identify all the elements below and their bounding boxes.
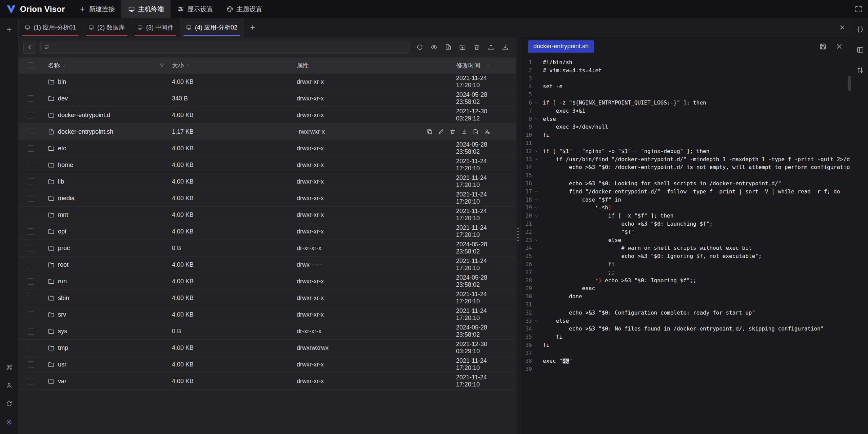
column-header-size[interactable]: 大小 — [172, 61, 297, 70]
fullscreen-button[interactable] — [849, 0, 868, 18]
panel-layout-button[interactable] — [854, 44, 866, 56]
terminal-tab-0[interactable]: (1) 应用-分析01 — [19, 18, 82, 37]
column-header-mtime[interactable]: 修改时间 — [456, 61, 516, 70]
row-checkbox[interactable] — [19, 95, 43, 102]
close-editor-button[interactable] — [835, 42, 843, 51]
file-name[interactable]: run — [58, 278, 67, 285]
table-row[interactable]: proc0 Bdr-xr-xr-x2024-05-28 23:58:02 — [19, 240, 516, 257]
sort-icon[interactable] — [62, 63, 66, 68]
move-action-button[interactable] — [473, 129, 479, 135]
file-name[interactable]: root — [58, 261, 68, 268]
save-button[interactable] — [819, 42, 827, 51]
file-name[interactable]: var — [58, 378, 66, 385]
fold-toggle[interactable] — [532, 115, 541, 123]
terminal-tab-2[interactable]: (3) 中间件 — [131, 18, 180, 37]
path-input[interactable] — [40, 41, 410, 54]
new-folder-button[interactable] — [457, 41, 468, 53]
menu-item-3[interactable]: 主题设置 — [220, 0, 269, 18]
table-row[interactable]: tmp4.00 KBdrwxrwxrwx2021-12-30 03:29:10 — [19, 340, 516, 356]
file-name[interactable]: srv — [58, 311, 66, 318]
terminal-tab-1[interactable]: (2) 数据库 — [82, 18, 131, 37]
sort-icon[interactable] — [486, 63, 490, 68]
table-row[interactable]: lib4.00 KBdrwxr-xr-x2021-11-24 17:20:10 — [19, 173, 516, 190]
row-checkbox[interactable] — [19, 112, 43, 118]
table-row[interactable]: home4.00 KBdrwxr-xr-x2021-11-24 17:20:10 — [19, 157, 516, 173]
row-checkbox[interactable] — [19, 178, 43, 185]
refresh-button[interactable] — [414, 41, 426, 53]
fold-toggle[interactable] — [532, 317, 541, 325]
table-row[interactable]: docker-entrypoint.d4.00 KBdrwxr-xr-x2021… — [19, 107, 516, 124]
table-row[interactable]: usr4.00 KBdrwxr-xr-x2021-11-24 17:20:10 — [19, 356, 516, 373]
new-connection-button[interactable] — [3, 24, 15, 35]
update-button[interactable] — [3, 398, 15, 410]
row-checkbox[interactable] — [19, 79, 43, 85]
table-row[interactable]: mnt4.00 KBdrwxr-xr-x2021-11-24 17:20:10 — [19, 207, 516, 223]
row-checkbox[interactable] — [19, 378, 43, 384]
row-checkbox[interactable] — [19, 328, 43, 335]
new-file-button[interactable] — [442, 41, 454, 53]
scrollbar-thumb[interactable] — [848, 76, 851, 91]
row-checkbox[interactable] — [19, 361, 43, 368]
editor-file-tab[interactable]: docker-entrypoint.sh — [528, 40, 594, 53]
eye-button[interactable] — [428, 41, 440, 53]
trash-button[interactable] — [471, 41, 482, 53]
add-tab-button[interactable] — [244, 18, 261, 37]
panel-splitter[interactable] — [516, 37, 520, 434]
column-header-name[interactable]: 名称 — [43, 61, 172, 70]
file-name[interactable]: etc — [58, 145, 66, 152]
menu-item-0[interactable]: 新建连接 — [72, 0, 121, 18]
row-checkbox[interactable] — [19, 245, 43, 251]
row-checkbox[interactable] — [19, 295, 43, 301]
row-checkbox[interactable] — [19, 312, 43, 318]
filter-icon[interactable] — [159, 63, 164, 68]
row-checkbox[interactable] — [19, 345, 43, 351]
table-row[interactable]: run4.00 KBdrwxr-xr-x2024-05-28 23:58:02 — [19, 273, 516, 290]
table-row[interactable]: dev340 Bdrwxr-xr-x2024-05-28 23:58:02 — [19, 90, 516, 107]
file-name[interactable]: home — [58, 162, 73, 169]
file-name[interactable]: media — [58, 195, 75, 202]
copy-action-button[interactable] — [427, 129, 433, 135]
file-name[interactable]: proc — [58, 245, 70, 252]
file-name[interactable]: sbin — [58, 295, 69, 302]
file-name[interactable]: tmp — [58, 344, 68, 352]
back-button[interactable] — [23, 41, 36, 54]
shortcut-keys-button[interactable] — [3, 361, 15, 373]
select-all-checkbox[interactable] — [19, 62, 43, 69]
file-name[interactable]: usr — [58, 361, 66, 368]
fold-toggle[interactable] — [532, 155, 541, 164]
row-checkbox[interactable] — [19, 228, 43, 235]
download-line-action-button[interactable] — [461, 129, 467, 135]
code-editor[interactable]: 1#!/bin/sh2# vim:sw=4:ts=4:et34set -e56i… — [520, 56, 852, 434]
fold-toggle[interactable] — [532, 196, 541, 204]
file-name[interactable]: docker-entrypoint.sh — [58, 128, 113, 135]
fold-toggle[interactable] — [532, 188, 541, 196]
upload-button[interactable] — [485, 41, 497, 53]
sort-icon[interactable] — [186, 63, 190, 68]
snippets-button[interactable] — [854, 24, 866, 35]
menu-item-2[interactable]: 显示设置 — [171, 0, 220, 18]
fold-toggle[interactable] — [532, 99, 541, 107]
file-name[interactable]: opt — [58, 228, 66, 235]
fold-toggle[interactable] — [532, 236, 541, 244]
file-name[interactable]: bin — [58, 78, 66, 86]
row-checkbox[interactable] — [19, 278, 43, 285]
transfer-list-button[interactable] — [854, 64, 866, 76]
row-checkbox[interactable] — [19, 212, 43, 218]
table-row[interactable]: opt4.00 KBdrwxr-xr-x2021-11-24 17:20:10 — [19, 223, 516, 240]
file-name[interactable]: mnt — [58, 211, 68, 219]
file-name[interactable]: lib — [58, 178, 64, 185]
row-checkbox[interactable] — [19, 262, 43, 268]
table-row[interactable]: var4.00 KBdrwxr-xr-x2021-11-24 17:20:10 — [19, 373, 516, 390]
user-info-button[interactable] — [3, 380, 15, 391]
row-checkbox[interactable] — [19, 195, 43, 202]
trash-action-button[interactable] — [450, 129, 456, 135]
terminal-tab-3[interactable]: (4) 应用-分析02 — [180, 18, 244, 37]
table-row[interactable]: docker-entrypoint.sh1.17 KB-rwxrwxr-x — [19, 124, 516, 140]
menu-item-1[interactable]: 主机终端 — [121, 0, 171, 18]
settings-button[interactable] — [3, 416, 15, 428]
close-all-button[interactable] — [839, 24, 846, 31]
fold-toggle[interactable] — [532, 204, 541, 212]
fold-toggle[interactable] — [532, 147, 541, 155]
download-button[interactable] — [499, 41, 511, 53]
fold-toggle[interactable] — [532, 212, 541, 220]
